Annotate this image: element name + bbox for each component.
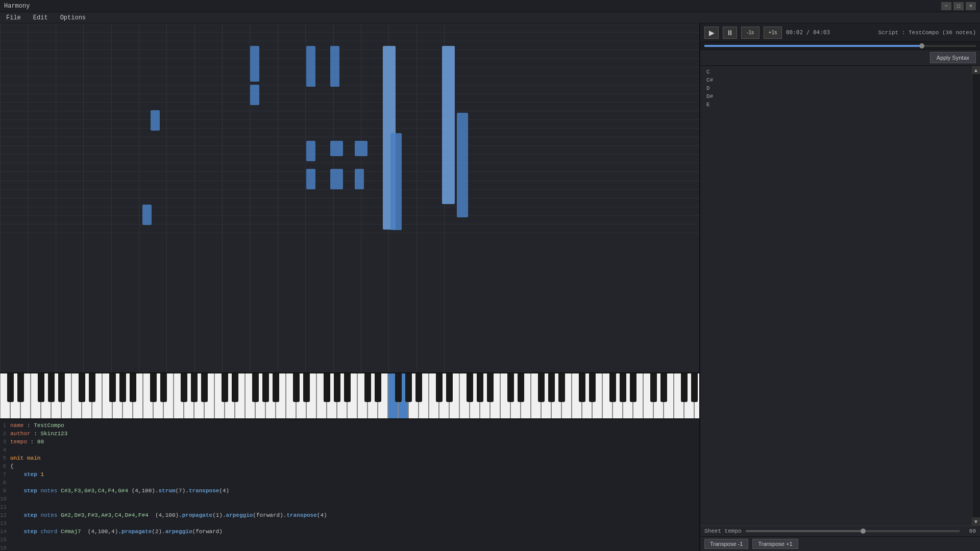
tempo-slider[interactable] (746, 530, 960, 532)
black-key-36[interactable] (375, 373, 381, 402)
black-key-60[interactable] (620, 373, 626, 402)
note-block-8[interactable] (330, 169, 343, 189)
black-key-45[interactable] (467, 373, 473, 402)
black-key-59[interactable] (609, 373, 616, 402)
black-key-39[interactable] (405, 373, 412, 402)
line-number-9: 9 (0, 487, 10, 495)
note-block-13[interactable] (390, 133, 402, 230)
black-key-18[interactable] (191, 373, 198, 402)
maximize-button[interactable]: □ (953, 2, 964, 10)
menu-item-file[interactable]: File (4, 13, 23, 22)
black-key-63[interactable] (650, 373, 657, 402)
menu-item-edit[interactable]: Edit (31, 13, 50, 22)
black-key-7[interactable] (79, 373, 85, 402)
black-key-66[interactable] (681, 373, 688, 402)
note-block-5[interactable] (306, 169, 315, 189)
note-block-0[interactable] (151, 110, 160, 131)
note-block-9[interactable] (355, 141, 368, 156)
progress-bar[interactable] (704, 45, 976, 47)
black-key-54[interactable] (558, 373, 565, 402)
progress-thumb[interactable] (919, 43, 924, 48)
note-block-2[interactable] (250, 85, 259, 105)
note-list-item-D[interactable]: D (700, 84, 980, 92)
black-key-56[interactable] (579, 373, 585, 402)
rewind-button[interactable]: -1s (741, 27, 760, 39)
black-key-42[interactable] (436, 373, 443, 402)
black-key-64[interactable] (660, 373, 667, 402)
grid-horizontal-line (0, 207, 699, 207)
play-button[interactable]: ▶ (704, 27, 719, 39)
code-line-2: 2author : Skinz123 (0, 430, 699, 438)
note-block-15[interactable] (457, 113, 468, 217)
black-key-61[interactable] (630, 373, 636, 402)
forward-button[interactable]: +1s (764, 27, 782, 39)
note-list-item-D#[interactable]: D# (700, 92, 980, 101)
close-button[interactable]: × (966, 2, 976, 10)
scroll-down-button[interactable]: ▼ (972, 517, 980, 525)
black-key-15[interactable] (160, 373, 167, 402)
black-key-19[interactable] (201, 373, 208, 402)
black-key-57[interactable] (589, 373, 596, 402)
black-key-4[interactable] (48, 373, 55, 402)
main-layout: 1name : TestCompo2author : Skinz1233temp… (0, 23, 980, 551)
apply-syntax-button[interactable]: Apply Syntax (930, 52, 976, 63)
black-key-46[interactable] (477, 373, 483, 402)
note-block-4[interactable] (306, 141, 315, 161)
black-key-1[interactable] (17, 373, 24, 402)
note-display (0, 23, 699, 372)
black-key-33[interactable] (344, 373, 351, 402)
black-key-32[interactable] (334, 373, 340, 402)
note-list-item-E[interactable]: E (700, 101, 980, 109)
black-key-38[interactable] (395, 373, 402, 402)
black-key-31[interactable] (324, 373, 330, 402)
code-line-14: 14 step chord C#maj7 (4,100,4).propagate… (0, 528, 699, 536)
black-key-29[interactable] (303, 373, 310, 402)
black-key-67[interactable] (691, 373, 698, 402)
black-key-26[interactable] (273, 373, 279, 402)
note-block-6[interactable] (330, 46, 339, 87)
note-block-11[interactable] (142, 205, 152, 225)
black-key-47[interactable] (487, 373, 494, 402)
grid-horizontal-line (0, 128, 699, 129)
line-number-11: 11 (0, 503, 10, 511)
black-key-50[interactable] (518, 373, 524, 402)
code-editor[interactable]: 1name : TestCompo2author : Skinz1233temp… (0, 418, 699, 551)
black-key-25[interactable] (262, 373, 269, 402)
menu-item-options[interactable]: Options (58, 13, 88, 22)
minimize-button[interactable]: − (941, 2, 951, 10)
black-key-14[interactable] (150, 373, 157, 402)
transpose-plus-button[interactable]: Transpose +1 (752, 539, 798, 549)
black-key-3[interactable] (38, 373, 44, 402)
code-line-16: 16 (0, 544, 699, 551)
black-key-22[interactable] (232, 373, 238, 402)
black-key-21[interactable] (222, 373, 228, 402)
black-key-11[interactable] (119, 373, 126, 402)
scroll-up-button[interactable]: ▲ (972, 66, 980, 74)
black-key-17[interactable] (181, 373, 187, 402)
black-key-5[interactable] (58, 373, 65, 402)
black-key-40[interactable] (415, 373, 422, 402)
note-block-14[interactable] (442, 46, 455, 204)
time-current: 00:02 (786, 29, 803, 36)
pause-button[interactable]: ⏸ (723, 27, 737, 39)
note-list-item-C#[interactable]: C# (700, 76, 980, 84)
black-key-24[interactable] (252, 373, 259, 402)
notes-scrollbar[interactable]: ▲ ▼ (972, 66, 980, 525)
black-key-28[interactable] (293, 373, 300, 402)
tempo-slider-thumb[interactable] (861, 529, 866, 534)
black-key-8[interactable] (89, 373, 95, 402)
note-block-1[interactable] (250, 46, 259, 82)
note-block-3[interactable] (306, 46, 315, 87)
black-key-0[interactable] (7, 373, 14, 402)
black-key-10[interactable] (109, 373, 116, 402)
note-block-10[interactable] (355, 169, 364, 189)
transpose-minus-button[interactable]: Transpose -1 (704, 539, 748, 549)
note-list-item-C[interactable]: C (700, 68, 980, 76)
black-key-12[interactable] (130, 373, 136, 402)
note-block-7[interactable] (330, 141, 343, 156)
black-key-35[interactable] (364, 373, 371, 402)
black-key-53[interactable] (548, 373, 555, 402)
black-key-49[interactable] (507, 373, 514, 402)
black-key-43[interactable] (446, 373, 453, 402)
black-key-52[interactable] (538, 373, 545, 402)
